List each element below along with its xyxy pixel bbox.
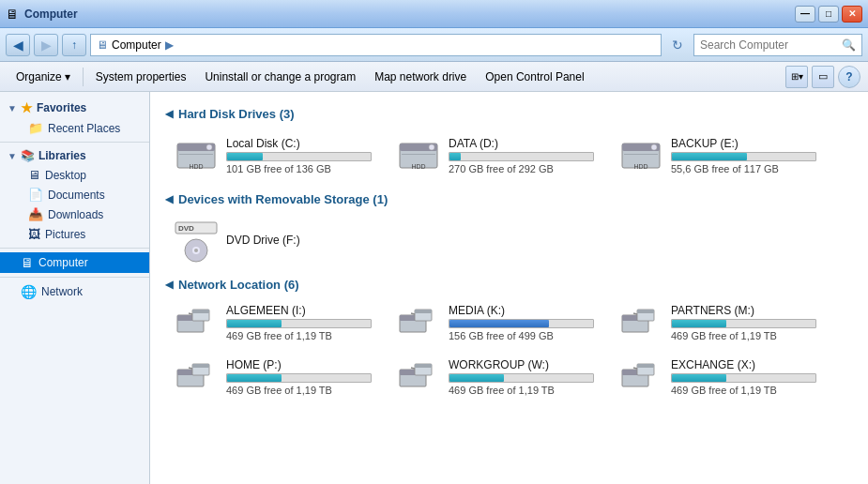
- drive-m-info: PARTNERS (M:) 469 GB free of 1,19 TB: [671, 304, 816, 341]
- svg-rect-24: [192, 310, 209, 313]
- drive-i-bar-fill: [227, 320, 282, 327]
- favorites-star-icon: ★: [21, 100, 33, 115]
- drive-x-name: EXCHANGE (X:): [671, 358, 816, 371]
- drive-exchange-x[interactable]: EXCHANGE (X:) 469 GB free of 1,19 TB: [610, 354, 825, 401]
- drive-p-free: 469 GB free of 1,19 TB: [226, 385, 372, 396]
- sidebar-item-pictures[interactable]: 🖼 Pictures: [0, 224, 149, 244]
- removable-arrow: ◀: [165, 193, 173, 205]
- drive-c-bar-fill: [227, 153, 263, 160]
- sidebar-item-downloads[interactable]: 📥 Downloads: [0, 204, 149, 224]
- drive-e-icon: HDD: [618, 133, 663, 178]
- organize-arrow-icon: ▾: [65, 70, 70, 83]
- downloads-icon: 📥: [28, 207, 43, 221]
- up-button[interactable]: ↑: [62, 34, 86, 56]
- sidebar-item-desktop[interactable]: 🖥 Desktop: [0, 165, 149, 185]
- organize-button[interactable]: Organize ▾: [8, 66, 79, 88]
- toolbar-right: ⊞▾ ▭ ?: [785, 66, 860, 88]
- libraries-header[interactable]: ▼ 📚 Libraries: [0, 146, 149, 165]
- svg-point-19: [194, 249, 198, 252]
- close-button[interactable]: ✕: [842, 6, 862, 23]
- drive-home-p[interactable]: HOME (P:) 469 GB free of 1,19 TB: [165, 354, 380, 401]
- system-properties-label: System properties: [96, 70, 187, 83]
- address-bar: ◀ ▶ ↑ 🖥 Computer ▶ ↻ 🔍: [0, 28, 868, 62]
- svg-text:HDD: HDD: [633, 163, 647, 170]
- uninstall-button[interactable]: Uninstall or change a program: [196, 66, 364, 88]
- dvd-icon: DVD: [174, 219, 219, 264]
- hard-disk-grid: HDD Local Disk (C:) 101 GB free of 136 G…: [165, 129, 853, 183]
- toolbar: Organize ▾ System properties Uninstall o…: [0, 62, 868, 92]
- documents-label: Documents: [48, 189, 105, 202]
- svg-rect-8: [402, 154, 435, 155]
- drive-x-bar-bg: [671, 373, 816, 383]
- removable-header: ◀ Devices with Removable Storage (1): [165, 192, 853, 206]
- network-drive-grid: ALGEMEEN (I:) 469 GB free of 1,19 TB: [165, 299, 853, 401]
- drive-k-free: 156 GB free of 499 GB: [449, 330, 594, 341]
- removable-section: DVD DVD Drive (F:): [165, 214, 853, 268]
- pictures-icon: 🖼: [28, 227, 40, 241]
- back-button[interactable]: ◀: [6, 34, 30, 56]
- svg-text:HDD: HDD: [411, 163, 425, 170]
- address-path[interactable]: 🖥 Computer ▶: [90, 34, 662, 56]
- map-network-button[interactable]: Map network drive: [366, 66, 475, 88]
- drive-data-d[interactable]: HDD DATA (D:) 270 GB free of 292 GB: [388, 129, 602, 183]
- dvd-name: DVD Drive (F:): [226, 234, 358, 247]
- maximize-button[interactable]: □: [818, 6, 839, 23]
- preview-pane-button[interactable]: ▭: [812, 66, 834, 88]
- minimize-button[interactable]: —: [795, 6, 815, 23]
- svg-point-7: [429, 144, 434, 150]
- drive-d-bar-fill: [449, 153, 461, 160]
- drive-dvd-f[interactable]: DVD DVD Drive (F:): [165, 214, 853, 268]
- favorites-arrow: ▼: [8, 103, 17, 113]
- documents-icon: 📄: [28, 188, 43, 202]
- search-box[interactable]: 🔍: [693, 34, 862, 56]
- favorites-header[interactable]: ▼ ★ Favorites: [0, 98, 149, 118]
- drive-c-name: Local Disk (C:): [226, 137, 372, 150]
- sidebar-item-documents[interactable]: 📄 Documents: [0, 185, 149, 204]
- libraries-icon: 📚: [21, 149, 35, 162]
- svg-point-2: [206, 144, 212, 150]
- sidebar-item-recent-places[interactable]: 📁 Recent Places: [0, 118, 149, 138]
- drive-k-bar-fill: [449, 320, 549, 327]
- uninstall-label: Uninstall or change a program: [205, 70, 356, 83]
- dvd-info: DVD Drive (F:): [226, 234, 358, 249]
- views-button[interactable]: ⊞▾: [785, 66, 808, 88]
- drive-partners-m[interactable]: PARTNERS (M:) 469 GB free of 1,19 TB: [610, 299, 825, 346]
- removable-title: Devices with Removable Storage (1): [178, 192, 388, 206]
- open-control-panel-button[interactable]: Open Control Panel: [477, 66, 592, 88]
- recent-places-icon: 📁: [28, 121, 43, 135]
- favorites-section: ▼ ★ Favorites 📁 Recent Places: [0, 98, 149, 138]
- drive-backup-e[interactable]: HDD BACKUP (E:) 55,6 GB free of 117 GB: [610, 129, 825, 183]
- computer-nav-icon: 🖥: [21, 255, 34, 270]
- desktop-icon: 🖥: [28, 168, 40, 182]
- search-input[interactable]: [700, 38, 842, 52]
- drive-d-bar-bg: [449, 152, 594, 161]
- refresh-button[interactable]: ↻: [665, 34, 690, 56]
- drive-w-name: WORKGROUP (W:): [449, 358, 594, 371]
- drive-c-icon: HDD: [174, 133, 219, 178]
- libraries-section: ▼ 📚 Libraries 🖥 Desktop 📄 Documents 📥 Do…: [0, 146, 149, 244]
- svg-rect-34: [637, 310, 654, 313]
- drive-d-icon: HDD: [396, 133, 441, 178]
- drive-media-k[interactable]: MEDIA (K:) 156 GB free of 499 GB: [388, 299, 602, 346]
- drive-x-bar-fill: [672, 374, 726, 382]
- drive-p-info: HOME (P:) 469 GB free of 1,19 TB: [226, 358, 372, 396]
- system-properties-button[interactable]: System properties: [87, 66, 195, 88]
- network-nav-icon: 🌐: [21, 284, 37, 299]
- forward-button[interactable]: ▶: [34, 34, 58, 56]
- sidebar-item-computer[interactable]: 🖥 Computer: [0, 252, 149, 273]
- drive-w-free: 469 GB free of 1,19 TB: [449, 385, 594, 396]
- drive-m-bar-fill: [672, 320, 726, 327]
- favorites-label: Favorites: [37, 101, 86, 114]
- recent-places-label: Recent Places: [48, 122, 120, 135]
- hard-disks-header: ◀ Hard Disk Drives (3): [165, 107, 853, 121]
- address-label: Computer: [112, 38, 161, 52]
- svg-rect-44: [415, 364, 432, 368]
- drive-k-icon: [396, 304, 441, 341]
- help-button[interactable]: ?: [838, 66, 860, 88]
- drive-x-info: EXCHANGE (X:) 469 GB free of 1,19 TB: [671, 358, 816, 396]
- drive-workgroup-w[interactable]: WORKGROUP (W:) 469 GB free of 1,19 TB: [388, 354, 602, 401]
- sidebar-item-network[interactable]: 🌐 Network: [0, 281, 149, 302]
- drive-algemeen-i[interactable]: ALGEMEEN (I:) 469 GB free of 1,19 TB: [165, 299, 380, 346]
- drive-m-bar-bg: [671, 319, 816, 328]
- drive-local-c[interactable]: HDD Local Disk (C:) 101 GB free of 136 G…: [165, 129, 380, 183]
